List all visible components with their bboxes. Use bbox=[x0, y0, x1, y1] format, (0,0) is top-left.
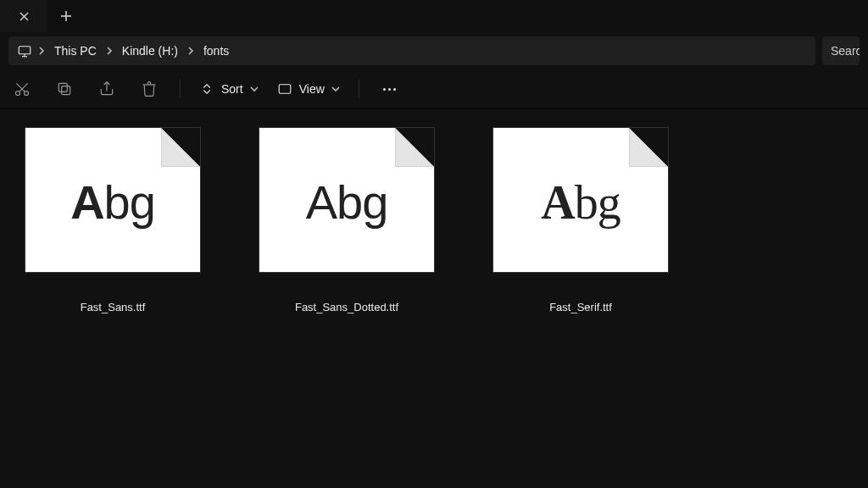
font-thumbnail: Abg bbox=[25, 128, 200, 272]
file-name: Fast_Sans_Dotted.ttf bbox=[295, 301, 398, 313]
delete-button[interactable] bbox=[137, 77, 161, 101]
chevron-right-icon bbox=[105, 47, 114, 55]
sort-dropdown[interactable]: Sort bbox=[199, 81, 259, 97]
new-tab-button[interactable] bbox=[47, 0, 85, 32]
chevron-right-icon bbox=[37, 47, 46, 55]
ellipsis-icon bbox=[383, 88, 396, 91]
file-name: Fast_Sans.ttf bbox=[81, 301, 146, 313]
breadcrumb-folder[interactable]: fonts bbox=[200, 41, 232, 61]
close-icon bbox=[19, 12, 29, 21]
plus-icon bbox=[60, 10, 72, 22]
font-preview-text: Abg bbox=[70, 179, 155, 226]
sort-label: Sort bbox=[221, 82, 243, 96]
toolbar-separator bbox=[180, 80, 181, 98]
breadcrumb-drive[interactable]: Kindle (H:) bbox=[119, 41, 181, 61]
file-grid: Abg Fast_Sans.ttf Abg Fast_Sans_Dotted.t… bbox=[0, 109, 868, 322]
svg-rect-4 bbox=[19, 47, 31, 54]
computer-icon bbox=[17, 43, 32, 58]
page-fold-icon bbox=[161, 128, 200, 167]
search-input[interactable]: Search bbox=[822, 36, 860, 65]
font-preview-text: Abg bbox=[541, 179, 620, 226]
font-thumbnail: Abg bbox=[259, 128, 434, 272]
view-dropdown[interactable]: View bbox=[277, 81, 340, 97]
cut-icon bbox=[14, 80, 31, 97]
font-preview-text: Abg bbox=[306, 179, 388, 226]
svg-rect-11 bbox=[62, 86, 70, 95]
chevron-right-icon bbox=[186, 47, 195, 55]
breadcrumb-root[interactable]: This PC bbox=[51, 41, 100, 61]
trash-icon bbox=[141, 80, 158, 97]
chevron-down-icon bbox=[250, 85, 259, 93]
view-icon bbox=[277, 81, 292, 97]
tab-bar bbox=[0, 0, 868, 32]
view-label: View bbox=[299, 82, 325, 96]
tab-close-button[interactable] bbox=[0, 0, 47, 32]
breadcrumb-box[interactable]: This PC Kindle (H:) fonts bbox=[8, 36, 815, 65]
file-item[interactable]: Abg Fast_Sans_Dotted.ttf bbox=[258, 128, 436, 313]
page-fold-icon bbox=[629, 128, 668, 167]
cut-button[interactable] bbox=[10, 77, 34, 101]
search-placeholder: Search bbox=[831, 44, 860, 58]
more-button[interactable] bbox=[378, 77, 402, 101]
file-name: Fast_Serif.ttf bbox=[549, 301, 612, 313]
sort-icon bbox=[199, 81, 214, 97]
chevron-down-icon bbox=[331, 85, 340, 93]
copy-button[interactable] bbox=[53, 77, 76, 101]
toolbar-separator bbox=[359, 80, 359, 98]
address-bar: This PC Kindle (H:) fonts Search bbox=[0, 32, 868, 69]
svg-rect-14 bbox=[279, 85, 291, 94]
share-icon bbox=[98, 80, 115, 97]
svg-rect-12 bbox=[58, 83, 67, 92]
font-thumbnail: Abg bbox=[493, 128, 668, 272]
toolbar: Sort View bbox=[0, 69, 868, 108]
share-button[interactable] bbox=[95, 77, 119, 101]
page-fold-icon bbox=[395, 128, 434, 167]
copy-icon bbox=[56, 80, 73, 97]
file-item[interactable]: Abg Fast_Serif.ttf bbox=[492, 128, 670, 313]
file-item[interactable]: Abg Fast_Sans.ttf bbox=[24, 128, 202, 313]
